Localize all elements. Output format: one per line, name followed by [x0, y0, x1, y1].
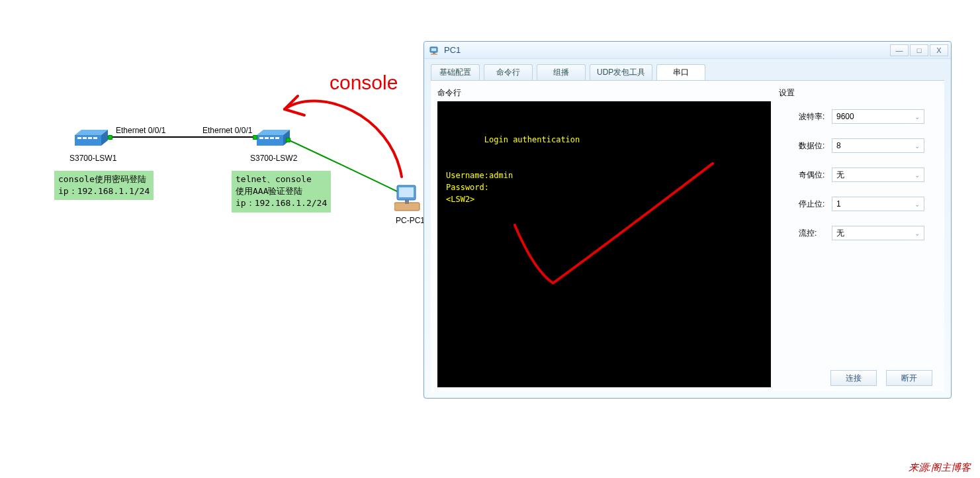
setting-flow: 流控: 无 ⌄: [799, 226, 938, 240]
settings-panel: 设置 波特率: 9600 ⌄ 数据位: 8 ⌄ 奇偶: [775, 81, 944, 391]
setting-data-value: 8: [836, 141, 841, 150]
setting-flow-label: 流控:: [799, 228, 832, 239]
pc1-icon[interactable]: [394, 184, 423, 213]
svg-rect-17: [405, 200, 409, 204]
eth-label-1: Ethernet 0/0/1: [116, 126, 165, 135]
setting-stop-select[interactable]: 1 ⌄: [832, 197, 924, 211]
setting-baud-select[interactable]: 9600 ⌄: [832, 109, 924, 124]
pc-window-icon: [429, 45, 440, 56]
setting-data-label: 数据位:: [799, 140, 832, 152]
console-annotation: console: [330, 72, 398, 94]
svg-rect-12: [270, 137, 274, 139]
setting-data: 数据位: 8 ⌄: [799, 138, 938, 153]
setting-stop-value: 1: [836, 199, 841, 209]
svg-rect-21: [431, 54, 437, 55]
tab-serial[interactable]: 串口: [656, 64, 705, 80]
minimize-button[interactable]: —: [890, 44, 909, 56]
switch2-label: S3700-LSW2: [250, 154, 297, 163]
setting-flow-value: 无: [836, 228, 844, 239]
tabbar: 基础配置 命令行 组播 UDP发包工具 串口: [424, 59, 951, 80]
setting-data-select[interactable]: 8 ⌄: [832, 138, 924, 153]
svg-rect-10: [259, 137, 263, 139]
terminal[interactable]: Login authentication Username:admin Pass…: [437, 101, 771, 387]
terminal-panel: 命令行 Login authentication Username:admin …: [431, 81, 775, 391]
setting-stop-label: 停止位:: [799, 199, 832, 210]
tab-cli[interactable]: 命令行: [484, 64, 533, 80]
svg-rect-15: [399, 187, 414, 197]
svg-rect-3: [77, 137, 81, 139]
titlebar[interactable]: PC1 — □ X: [424, 42, 951, 59]
switch1-note: console使用密码登陆 ip：192.168.1.1/24: [54, 171, 154, 200]
settings-header: 设置: [779, 87, 938, 103]
svg-rect-1: [75, 135, 101, 146]
tab-udp[interactable]: UDP发包工具: [590, 64, 652, 80]
svg-rect-6: [93, 137, 97, 139]
content-pane: 命令行 Login authentication Username:admin …: [431, 80, 944, 391]
setting-baud-label: 波特率:: [799, 111, 832, 122]
svg-rect-13: [275, 137, 279, 139]
chevron-down-icon: ⌄: [914, 201, 920, 208]
svg-rect-19: [431, 48, 436, 51]
port-dot: [286, 138, 290, 142]
setting-stop: 停止位: 1 ⌄: [799, 197, 938, 211]
svg-rect-5: [88, 137, 92, 139]
pc1-window: PC1 — □ X 基础配置 命令行 组播 UDP发包工具 串口 命令行 Log…: [423, 41, 952, 399]
terminal-text: Login authentication Username:admin Pass…: [446, 135, 580, 204]
topology-canvas: S3700-LSW1 console使用密码登陆 ip：192.168.1.1/…: [0, 0, 423, 397]
maximize-button[interactable]: □: [910, 44, 928, 56]
switch2-icon[interactable]: [257, 130, 290, 150]
setting-parity-label: 奇偶位:: [799, 169, 832, 181]
switch2-note: telnet、console 使用AAA验证登陆 ip：192.168.1.2/…: [232, 171, 331, 213]
console-arrow-head: [285, 96, 304, 115]
chevron-down-icon: ⌄: [914, 171, 920, 179]
eth-label-2: Ethernet 0/0/1: [202, 126, 252, 135]
chevron-down-icon: ⌄: [914, 142, 920, 150]
window-title: PC1: [444, 45, 461, 55]
port-dot: [108, 135, 112, 140]
setting-baud-value: 9600: [836, 112, 854, 121]
svg-rect-8: [257, 135, 283, 146]
setting-flow-select[interactable]: 无 ⌄: [832, 226, 924, 240]
svg-rect-11: [265, 137, 269, 139]
setting-parity-select[interactable]: 无 ⌄: [832, 167, 924, 182]
svg-rect-20: [433, 52, 435, 54]
close-button[interactable]: X: [930, 44, 948, 56]
tab-mcast[interactable]: 组播: [537, 64, 586, 80]
svg-rect-4: [83, 137, 87, 139]
switch1-icon[interactable]: [75, 130, 108, 150]
tab-basic[interactable]: 基础配置: [431, 64, 480, 80]
port-dot: [253, 135, 257, 140]
terminal-checkmark-overlay: [438, 102, 770, 387]
terminal-header: 命令行: [437, 87, 771, 101]
setting-parity: 奇偶位: 无 ⌄: [799, 167, 938, 182]
pc1-label: PC-PC1: [396, 216, 425, 225]
connect-button[interactable]: 连接: [830, 370, 877, 386]
setting-parity-value: 无: [836, 169, 844, 181]
switch1-label: S3700-LSW1: [69, 154, 116, 163]
attribution: 来源:阁主博客: [909, 461, 971, 474]
setting-baud: 波特率: 9600 ⌄: [799, 109, 938, 124]
disconnect-button[interactable]: 断开: [886, 370, 932, 386]
chevron-down-icon: ⌄: [914, 230, 920, 237]
chevron-down-icon: ⌄: [914, 113, 920, 120]
